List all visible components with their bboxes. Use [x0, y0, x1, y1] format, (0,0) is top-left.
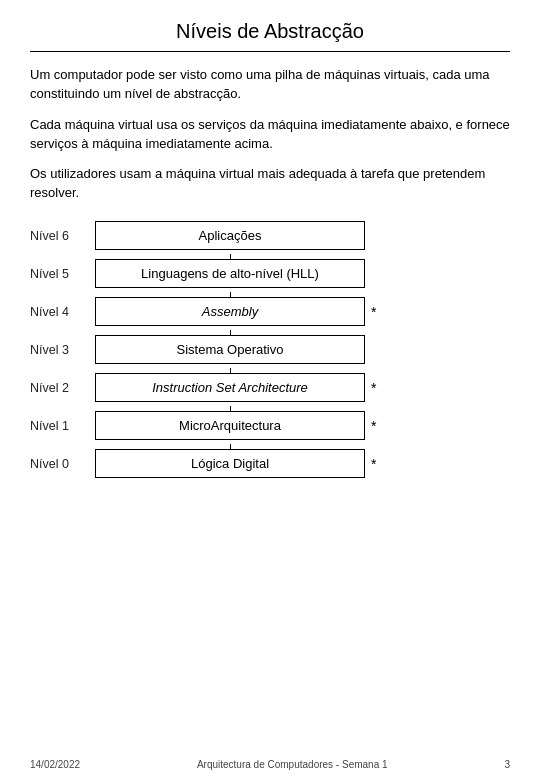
- level-label: Nível 3: [30, 343, 95, 357]
- level-label: Nível 4: [30, 305, 95, 319]
- level-label: Nível 2: [30, 381, 95, 395]
- level-row: Nível 2Instruction Set Architecture*: [30, 373, 391, 402]
- level-row: Nível 0Lógica Digital*: [30, 449, 391, 478]
- level-asterisk: *: [371, 456, 391, 472]
- level-box: Lógica Digital: [95, 449, 365, 478]
- level-box: Linguagens de alto-nível (HLL): [95, 259, 365, 288]
- level-asterisk: *: [371, 304, 391, 320]
- footer-course: Arquitectura de Computadores - Semana 1: [197, 759, 388, 770]
- level-label: Nível 0: [30, 457, 95, 471]
- page-title: Níveis de Abstracção: [30, 20, 510, 43]
- level-label: Nível 1: [30, 419, 95, 433]
- level-box: Instruction Set Architecture: [95, 373, 365, 402]
- paragraph-1: Um computador pode ser visto como uma pi…: [30, 66, 510, 104]
- title-divider: [30, 51, 510, 52]
- level-row: Nível 4Assembly*: [30, 297, 391, 326]
- level-label: Nível 6: [30, 229, 95, 243]
- level-box: Sistema Operativo: [95, 335, 365, 364]
- paragraph-3: Os utilizadores usam a máquina virtual m…: [30, 165, 510, 203]
- level-box: Aplicações: [95, 221, 365, 250]
- level-row: Nível 6Aplicações: [30, 221, 391, 250]
- paragraph-2: Cada máquina virtual usa os serviços da …: [30, 116, 510, 154]
- level-row: Nível 3Sistema Operativo: [30, 335, 391, 364]
- level-row: Nível 1MicroArquitectura*: [30, 411, 391, 440]
- page: Níveis de Abstracção Um computador pode …: [0, 0, 540, 780]
- footer-date: 14/02/2022: [30, 759, 80, 770]
- level-asterisk: *: [371, 380, 391, 396]
- footer: 14/02/2022 Arquitectura de Computadores …: [30, 755, 510, 770]
- level-asterisk: *: [371, 418, 391, 434]
- level-box: Assembly: [95, 297, 365, 326]
- footer-page: 3: [504, 759, 510, 770]
- level-row: Nível 5Linguagens de alto-nível (HLL): [30, 259, 391, 288]
- levels-diagram: Nível 6AplicaçõesNível 5Linguagens de al…: [30, 221, 510, 747]
- level-box: MicroArquitectura: [95, 411, 365, 440]
- level-label: Nível 5: [30, 267, 95, 281]
